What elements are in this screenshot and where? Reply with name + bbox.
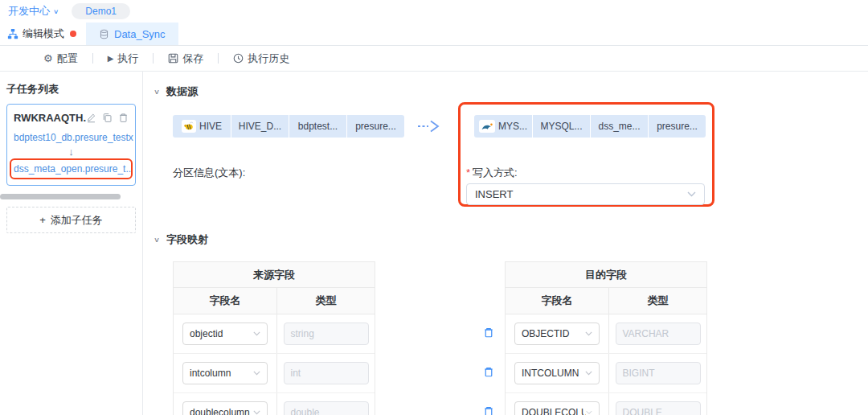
edit-mode-toggle[interactable]: 编辑模式 [0,23,86,45]
source-field-select[interactable]: doublecolumn [182,401,268,415]
gear-icon: ⚙ [43,53,53,64]
destination-path-database[interactable]: dss_me... [591,115,648,138]
destination-type-input: BIGINT [616,362,701,384]
datasource-section-header[interactable]: ∨ 数据源 [154,84,198,99]
destination-fields-table: 目的字段 字段名 类型 OBJECTID VARCHAR INTCOLUMN [505,261,707,415]
copy-icon[interactable] [102,113,113,123]
table-row: OBJECTID VARCHAR [506,314,706,354]
table-row: objectid string [174,314,375,354]
add-subtask-button[interactable]: + 添加子任务 [6,207,136,233]
destination-field-select[interactable]: DOUBLECOLU... [514,401,600,415]
tab-label: Data_Sync [114,28,166,40]
destination-path-type[interactable]: MYS... [474,115,532,138]
run-button[interactable]: ▶ 执行 [108,51,139,66]
subtask-source-table: bdptest10_db.presure_testx [14,132,129,143]
source-path-datasource[interactable]: HIVE_D... [231,115,289,138]
save-button[interactable]: 保存 [168,51,203,66]
table-row: DOUBLECOLU... DOUBLE [506,393,706,415]
toolbar-divider [153,53,154,64]
column-header-field-name: 字段名 [174,288,277,314]
source-type-input: string [284,323,369,345]
run-history-button[interactable]: 执行历史 [233,51,289,66]
delete-row-icon[interactable] [483,366,494,378]
source-fields-title: 来源字段 [174,262,375,288]
subtask-card[interactable]: RWKRAAQTH... [6,104,136,186]
action-toolbar: ⚙ 配置 ▶ 执行 保存 执行历史 [0,46,868,72]
section-chevron-icon: ∨ [154,236,160,244]
edit-mode-label: 编辑模式 [23,27,64,41]
unsaved-dot-icon [70,31,76,37]
edit-icon[interactable] [86,113,96,123]
table-row: doublecolumn double [174,393,375,415]
config-label: 配置 [57,51,78,66]
source-path-table[interactable]: presure... [347,115,404,138]
partition-info-label: 分区信息(文本): [173,166,245,180]
subtask-sidebar: 子任务列表 RWKRAAQTH... [0,72,143,415]
source-type-input: int [284,362,369,384]
toolbar-divider [218,53,219,64]
subtask-target-table-annotated: dss_meta_open.presure_t... [10,158,133,179]
field-mapping-section-header[interactable]: ∨ 字段映射 [154,232,208,247]
destination-path-table[interactable]: presure... [649,115,706,138]
destination-path-datasource[interactable]: MYSQL... [533,115,590,138]
delete-row-icon[interactable] [483,405,494,415]
field-mapping-section-title: 字段映射 [166,232,208,247]
org-chart-icon [7,28,18,39]
column-header-type: 类型 [277,288,375,314]
select-chevron-icon [586,410,592,415]
column-header-field-name: 字段名 [506,288,609,314]
source-field-select[interactable]: objectid [182,323,268,345]
run-label: 执行 [117,51,138,66]
data-sync-page: 开发中心 ∨ Demo1 编辑模式 Data_Sync ⚙ [0,0,868,415]
horizontal-scrollbar[interactable] [0,194,121,199]
destination-type-input: DOUBLE [616,401,701,415]
play-icon: ▶ [108,55,114,63]
top-nav-bar: 开发中心 ∨ Demo1 [0,0,868,23]
delete-row-icon[interactable] [483,327,494,339]
section-chevron-icon: ∨ [154,88,160,96]
toolbar-divider [92,53,93,64]
delete-icon[interactable] [118,113,129,123]
select-chevron-icon [253,331,260,336]
project-tab-demo1[interactable]: Demo1 [72,3,130,19]
config-button[interactable]: ⚙ 配置 [43,51,78,66]
select-chevron-icon [585,331,592,336]
hive-icon [182,120,196,133]
source-path-bar: HIVE HIVE_D... bdptest... presure... [173,115,404,138]
source-fields-table: 来源字段 字段名 类型 objectid string intcolumn [173,261,375,415]
flow-arrow-icon [416,119,442,134]
source-field-select[interactable]: intcolumn [182,362,268,384]
source-type-input: double [284,401,369,415]
select-chevron-icon [585,371,592,376]
select-chevron-icon [687,191,696,197]
select-chevron-icon [253,410,260,415]
add-subtask-label: 添加子任务 [51,213,103,228]
source-path-database[interactable]: bdptest... [289,115,346,138]
write-mode-select[interactable]: INSERT [466,183,705,205]
clock-icon [233,53,244,64]
source-path-type[interactable]: HIVE [173,115,231,138]
run-history-label: 执行历史 [248,51,289,66]
destination-type-input: VARCHAR [616,323,701,345]
required-asterisk: * [466,166,470,179]
write-mode-value: INSERT [475,188,513,200]
database-icon [99,29,109,39]
table-row: INTCOLUMN BIGINT [506,354,706,393]
mysql-icon [479,120,495,133]
save-label: 保存 [182,51,203,66]
chevron-down-icon: ∨ [53,8,59,15]
workspace-menu[interactable]: 开发中心 ∨ [8,4,59,18]
down-arrow-icon: ↓ [14,146,129,158]
column-header-type: 类型 [609,288,706,314]
datasource-section-title: 数据源 [166,84,198,99]
destination-fields-title: 目的字段 [506,262,706,288]
select-chevron-icon [253,371,260,376]
tab-strip: 编辑模式 Data_Sync [0,23,868,46]
main-panel: ∨ 数据源 HIVE HIVE_D... [143,72,868,415]
save-icon [168,53,178,64]
plus-icon: + [39,214,46,226]
destination-field-select[interactable]: INTCOLUMN [514,362,600,384]
table-row: intcolumn int [174,354,375,393]
destination-field-select[interactable]: OBJECTID [514,323,600,345]
tab-data-sync[interactable]: Data_Sync [86,23,178,45]
